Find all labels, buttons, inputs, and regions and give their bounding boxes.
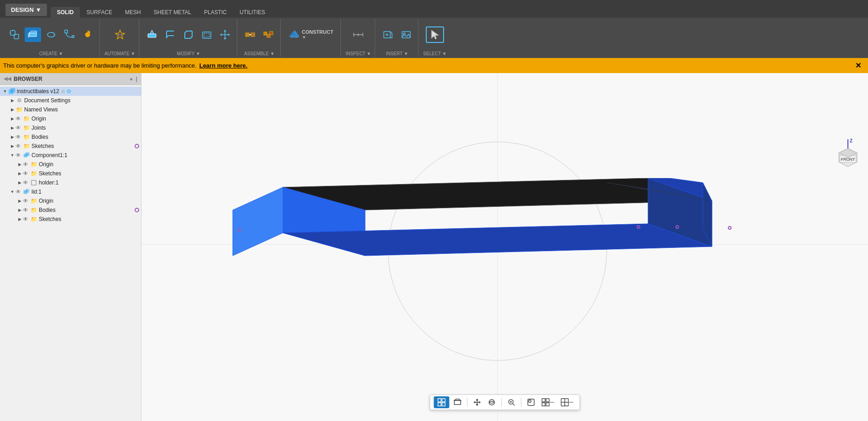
insert-svg-button[interactable]	[380, 27, 396, 42]
modify-label[interactable]: MODIFY ▼	[177, 51, 200, 57]
tree-item-lid[interactable]: 👁 lid:1	[0, 187, 141, 196]
sweep-button[interactable]	[61, 27, 78, 42]
new-component-button[interactable]	[6, 27, 23, 42]
holder-arrow[interactable]	[16, 179, 23, 186]
lid-sketches-arrow[interactable]	[16, 216, 23, 222]
svg-rect-8	[65, 30, 68, 33]
insert-image-button[interactable]	[398, 27, 414, 42]
tab-plastic[interactable]: PLASTIC	[198, 7, 233, 18]
display-mode-button[interactable]	[525, 397, 538, 408]
3d-object	[210, 178, 726, 279]
rigid-group-button[interactable]	[260, 27, 277, 42]
browser-header-right: ● |	[130, 75, 137, 82]
tree-item-named-views[interactable]: 📁 Named Views	[0, 105, 141, 114]
pan-button[interactable]	[471, 397, 484, 408]
warning-bar: This computer's graphics driver or hardw…	[0, 58, 868, 73]
lid-eye-icon[interactable]: 👁	[16, 189, 22, 195]
lid-origin-arrow[interactable]	[16, 198, 23, 204]
tree-item-sketches[interactable]: 👁 📁 Sketches	[0, 142, 141, 151]
view-cube[interactable]: Z FRONT	[830, 137, 866, 174]
inspect-label[interactable]: INSPECT ▼	[345, 51, 371, 57]
warning-link[interactable]: Learn more here.	[199, 62, 248, 69]
select-button[interactable]	[426, 26, 444, 43]
camera-button[interactable]	[451, 397, 464, 408]
tree-item-bodies[interactable]: 👁 📁 Bodies	[0, 132, 141, 142]
assemble-label[interactable]: ASSEMBLE ▼	[244, 51, 275, 57]
component1-eye-icon[interactable]: 👁	[16, 152, 22, 158]
comp1-origin-arrow[interactable]	[16, 161, 23, 168]
component1-arrow[interactable]	[9, 152, 16, 158]
move-button[interactable]	[217, 27, 233, 42]
origin-arrow[interactable]	[9, 116, 16, 122]
select-label[interactable]: SELECT ▼	[423, 51, 446, 57]
tab-solid[interactable]: SOLID	[51, 7, 80, 18]
tree-item-lid-bodies[interactable]: 👁 📁 Bodies	[0, 205, 141, 215]
tree-item-lid-origin[interactable]: 👁 📁 Origin	[0, 196, 141, 205]
comp1-origin-eye-icon[interactable]: 👁	[23, 161, 29, 168]
tree-item-lid-sketches[interactable]: 👁 📁 Sketches	[0, 215, 141, 224]
tree-item-root[interactable]: instructibales v12 ⚙	[0, 87, 141, 96]
press-pull-button[interactable]	[144, 27, 160, 42]
orbit-button[interactable]	[486, 397, 498, 408]
revolve-button[interactable]	[43, 27, 59, 42]
measure-button[interactable]	[350, 27, 366, 42]
named-views-arrow[interactable]	[9, 106, 16, 113]
zoom-button[interactable]	[505, 397, 518, 408]
automate-button[interactable]	[112, 27, 128, 42]
doc-settings-arrow[interactable]	[9, 97, 16, 104]
warning-close-button[interactable]: ✕	[855, 61, 861, 70]
canvas-container[interactable]: Z FRONT	[141, 73, 868, 421]
sketches-eye-icon[interactable]: 👁	[16, 143, 22, 149]
pattern-button[interactable]	[79, 27, 96, 42]
construct-button[interactable]: CONSTRUCT ▼	[285, 27, 337, 42]
tree-item-comp1-origin[interactable]: 👁 📁 Origin	[0, 160, 141, 169]
tab-utilities[interactable]: UTILITIES	[233, 7, 272, 18]
tree-item-component1[interactable]: 👁 Component1:1	[0, 151, 141, 160]
origin-eye-icon[interactable]: 👁	[16, 116, 22, 122]
fillet-button[interactable]	[162, 27, 178, 42]
design-button[interactable]: DESIGN ▼	[5, 4, 47, 16]
browser-pin-icon[interactable]: |	[136, 75, 137, 82]
lid-origin-eye-icon[interactable]: 👁	[23, 198, 29, 204]
holder-eye-icon[interactable]: 👁	[23, 179, 29, 186]
tab-mesh[interactable]: MESH	[119, 7, 147, 18]
automate-label[interactable]: AUTOMATE ▼	[105, 51, 135, 57]
tree-item-holder[interactable]: 👁 holder:1	[0, 178, 141, 187]
tree-item-origin[interactable]: 👁 📁 Origin	[0, 114, 141, 123]
chamfer-button[interactable]	[180, 27, 197, 42]
grid-settings-button[interactable]	[539, 397, 557, 408]
tree-item-comp1-sketches[interactable]: 👁 📁 Sketches	[0, 169, 141, 178]
insert-label[interactable]: INSERT ▼	[386, 51, 408, 57]
lid-bodies-eye-icon[interactable]: 👁	[23, 207, 29, 213]
comp1-sketches-arrow[interactable]	[16, 170, 23, 177]
view-settings-button[interactable]	[559, 397, 576, 408]
joints-arrow[interactable]	[9, 125, 16, 131]
grid-layout-button[interactable]	[434, 396, 450, 408]
browser-settings-icon[interactable]: ●	[130, 76, 133, 82]
bodies-arrow[interactable]	[9, 134, 16, 140]
tree-item-joints[interactable]: 👁 📁 Joints	[0, 123, 141, 132]
tree-item-doc-settings[interactable]: ⚙ Document Settings	[0, 96, 141, 105]
lid-bodies-arrow[interactable]	[16, 207, 23, 213]
root-settings[interactable]: ⚙	[61, 89, 65, 94]
joint-button[interactable]	[242, 27, 258, 42]
bodies-eye-icon[interactable]: 👁	[16, 134, 22, 140]
lid-sketches-eye-icon[interactable]: 👁	[23, 216, 29, 222]
browser-collapse-icon[interactable]: ◀◀	[4, 76, 11, 82]
tab-sheet-metal[interactable]: SHEET METAL	[147, 7, 198, 18]
ribbon-group-assemble: ASSEMBLE ▼	[238, 19, 281, 57]
joints-eye-icon[interactable]: 👁	[16, 125, 22, 131]
comp1-sketches-eye-icon[interactable]: 👁	[23, 170, 29, 177]
viewport[interactable]: Z FRONT	[141, 73, 868, 421]
tab-surface[interactable]: SURFACE	[80, 7, 119, 18]
lid-arrow[interactable]	[9, 189, 16, 195]
extrude-button[interactable]	[25, 27, 41, 42]
root-arrow[interactable]	[2, 88, 8, 95]
create-label[interactable]: CREATE ▼	[39, 51, 63, 57]
sketches-arrow[interactable]	[9, 143, 16, 149]
holder-label: holder:1	[39, 179, 58, 186]
assemble-icons	[242, 19, 277, 50]
svg-rect-35	[26, 153, 29, 156]
purple-dot-4	[728, 226, 732, 230]
shell-button[interactable]	[199, 27, 215, 42]
